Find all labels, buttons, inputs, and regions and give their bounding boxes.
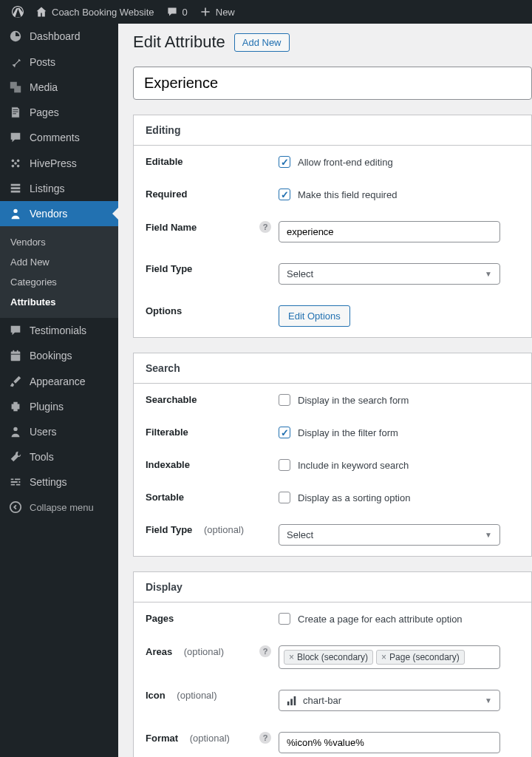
sidebar-item-label: Tools	[30, 451, 54, 463]
edit-options-button[interactable]: Edit Options	[279, 305, 350, 327]
brush-icon	[9, 375, 22, 388]
dashboard-icon	[9, 30, 22, 43]
sidebar-item-plugins[interactable]: Plugins	[0, 394, 118, 419]
options-label: Options	[146, 305, 279, 316]
admin-sidebar: Dashboard Posts Media Pages Comments Hiv…	[0, 24, 118, 757]
wordpress-icon	[12, 6, 24, 18]
sidebar-item-comments[interactable]: Comments	[0, 125, 118, 150]
svg-point-4	[14, 162, 17, 165]
searchable-desc: Display in the search form	[298, 395, 409, 406]
help-icon[interactable]: ?	[259, 221, 271, 233]
display-box: Display Pages Create a page for each att…	[133, 571, 532, 757]
page-header: Edit Attribute Add New	[118, 24, 532, 67]
sidebar-item-tools[interactable]: Tools	[0, 444, 118, 469]
collapse-icon	[9, 500, 22, 514]
attribute-title-input[interactable]	[133, 67, 532, 100]
sidebar-item-label: Settings	[30, 476, 67, 488]
search-box: Search Searchable Display in the search …	[133, 353, 532, 557]
plugin-icon	[9, 400, 22, 413]
chart-bar-icon	[287, 696, 297, 706]
sidebar-item-settings[interactable]: Settings	[0, 469, 118, 495]
home-icon	[35, 6, 47, 18]
filterable-label: Filterable	[146, 427, 279, 438]
page-title: Edit Attribute	[133, 33, 225, 52]
new-link[interactable]: New	[194, 6, 241, 18]
pages-checkbox[interactable]	[279, 613, 290, 625]
sidebar-item-dashboard[interactable]: Dashboard	[0, 24, 118, 49]
area-tag[interactable]: ×Page (secondary)	[376, 650, 465, 665]
svg-rect-13	[294, 696, 296, 705]
site-name: Coach Booking Website	[52, 7, 154, 18]
svg-rect-7	[13, 350, 14, 353]
searchable-checkbox[interactable]	[279, 394, 290, 406]
svg-point-2	[12, 165, 15, 168]
sidebar-item-listings[interactable]: Listings	[0, 176, 118, 201]
main-content: Edit Attribute Add New Editing Editable …	[118, 24, 532, 757]
sidebar-sub-categories[interactable]: Categories	[0, 272, 118, 292]
editable-checkbox[interactable]	[279, 156, 290, 168]
search-field-type-select[interactable]: Select ▼	[279, 524, 500, 546]
filterable-checkbox[interactable]	[279, 427, 290, 438]
format-label: Format (optional) ?	[146, 732, 279, 744]
svg-rect-11	[287, 701, 290, 705]
svg-point-3	[17, 165, 20, 168]
sidebar-item-users[interactable]: Users	[0, 419, 118, 444]
sidebar-item-vendors[interactable]: Vendors	[0, 201, 118, 226]
sidebar-sub-attributes[interactable]: Attributes	[0, 292, 118, 312]
sidebar-item-appearance[interactable]: Appearance	[0, 369, 118, 394]
sidebar-item-label: HivePress	[30, 157, 77, 169]
editing-heading: Editing	[134, 115, 531, 146]
sortable-checkbox[interactable]	[279, 492, 290, 503]
sidebar-item-label: Users	[30, 426, 57, 438]
svg-point-9	[13, 427, 17, 431]
format-input[interactable]	[279, 732, 500, 753]
calendar-icon	[9, 349, 22, 362]
searchable-label: Searchable	[146, 394, 279, 405]
sidebar-item-label: Media	[30, 81, 58, 93]
sidebar-sub-add-new[interactable]: Add New	[0, 252, 118, 272]
editing-box: Editing Editable Allow front-end editing…	[133, 115, 532, 338]
indexable-checkbox[interactable]	[279, 459, 290, 471]
sidebar-item-label: Dashboard	[30, 30, 81, 42]
sidebar-sub-vendors[interactable]: Vendors	[0, 232, 118, 252]
user-icon	[9, 425, 22, 438]
pages-desc: Create a page for each attribute option	[298, 614, 463, 625]
indexable-label: Indexable	[146, 459, 279, 470]
search-field-type-label: Field Type (optional)	[146, 524, 279, 535]
pin-icon	[9, 55, 22, 69]
remove-tag-icon[interactable]: ×	[289, 652, 294, 662]
wp-logo[interactable]	[6, 6, 30, 18]
comments-link[interactable]: 0	[160, 6, 194, 18]
sidebar-item-pages[interactable]: Pages	[0, 100, 118, 125]
sortable-label: Sortable	[146, 492, 279, 503]
site-name-link[interactable]: Coach Booking Website	[30, 6, 160, 18]
sidebar-item-posts[interactable]: Posts	[0, 50, 118, 75]
sidebar-item-testimonials[interactable]: Testimonials	[0, 318, 118, 343]
chevron-down-icon: ▼	[485, 270, 492, 278]
remove-tag-icon[interactable]: ×	[381, 652, 386, 662]
sidebar-item-bookings[interactable]: Bookings	[0, 343, 118, 368]
icon-select[interactable]: chart-bar ▼	[279, 690, 500, 711]
comment-icon	[9, 131, 22, 144]
display-heading: Display	[134, 572, 531, 602]
help-icon[interactable]: ?	[259, 732, 271, 744]
sidebar-item-media[interactable]: Media	[0, 75, 118, 100]
collapse-menu[interactable]: Collapse menu	[0, 495, 118, 520]
pages-icon	[9, 106, 22, 119]
field-name-input[interactable]	[279, 221, 500, 242]
area-tag[interactable]: ×Block (secondary)	[284, 650, 373, 665]
required-desc: Make this field required	[298, 189, 397, 200]
sidebar-item-label: Vendors	[30, 208, 67, 220]
field-type-label: Field Type	[146, 263, 279, 274]
sidebar-item-hivepress[interactable]: HivePress	[0, 151, 118, 176]
required-checkbox[interactable]	[279, 189, 290, 200]
svg-point-5	[13, 209, 17, 213]
search-heading: Search	[134, 353, 531, 384]
comment-icon	[166, 6, 178, 18]
sidebar-item-label: Plugins	[30, 401, 64, 413]
editable-label: Editable	[146, 156, 279, 167]
add-new-button[interactable]: Add New	[234, 33, 290, 52]
areas-tags-input[interactable]: ×Block (secondary) ×Page (secondary)	[279, 645, 500, 669]
help-icon[interactable]: ?	[259, 645, 271, 657]
field-type-select[interactable]: Select ▼	[279, 263, 500, 285]
